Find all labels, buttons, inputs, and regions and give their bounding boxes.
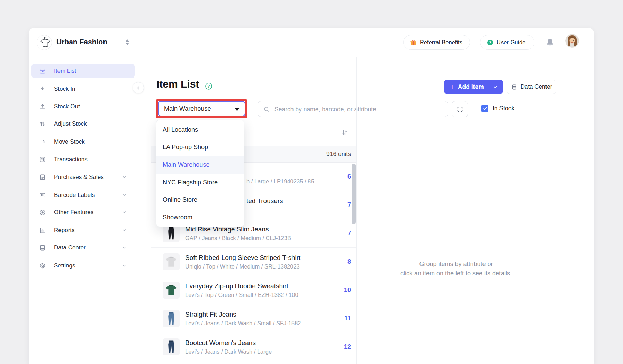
workspace-switcher-icon[interactable] bbox=[125, 38, 130, 46]
black-jeans-photo bbox=[163, 225, 180, 242]
sidebar-item-label: Transactions bbox=[54, 156, 88, 163]
sidebar-item-label: Item List bbox=[54, 67, 76, 74]
reports-icon bbox=[39, 227, 46, 234]
location-option[interactable]: Online Store bbox=[156, 191, 244, 209]
sidebar-item-label: Stock Out bbox=[54, 103, 80, 110]
gift-icon bbox=[410, 39, 417, 46]
data-center-button[interactable]: Data Center bbox=[507, 80, 556, 94]
sidebar-item-label: Reports bbox=[54, 227, 75, 234]
sort-icon[interactable] bbox=[341, 129, 349, 137]
sidebar-item-label: Stock In bbox=[54, 85, 75, 92]
stock-out-icon bbox=[39, 103, 46, 110]
sidebar-item-stock-out[interactable]: Stock Out bbox=[31, 99, 135, 114]
desktop-background: Urban Fashion Referral Benefits bbox=[0, 0, 623, 364]
data-center-icon bbox=[39, 244, 46, 251]
detail-placeholder-line1: Group items by attribute or bbox=[387, 260, 525, 269]
item-subtitle: GAP / Jeans / Black / Medium / CLJ-123B bbox=[185, 234, 291, 242]
sidebar-item-settings[interactable]: Settings bbox=[31, 258, 135, 273]
plus-icon: + bbox=[450, 83, 454, 91]
chevron-down-icon bbox=[121, 210, 127, 215]
sidebar-item-label: Adjust Stock bbox=[54, 120, 87, 127]
workspace-name: Urban Fashion bbox=[56, 38, 107, 46]
data-center-label: Data Center bbox=[521, 83, 552, 90]
settings-icon bbox=[39, 262, 46, 269]
in-stock-label: In Stock bbox=[493, 105, 514, 112]
total-units-label: 916 units bbox=[326, 151, 351, 158]
location-option[interactable]: Showroom bbox=[156, 209, 244, 226]
sidebar-item-label: Purchases & Sales bbox=[54, 174, 104, 181]
stock-in-icon bbox=[39, 85, 46, 92]
sidebar-item-label: Move Stock bbox=[54, 138, 85, 145]
user-avatar[interactable] bbox=[565, 34, 579, 48]
user-guide-button[interactable]: ? User Guide bbox=[480, 35, 534, 50]
sidebar-item-label: Settings bbox=[54, 262, 75, 269]
item-quantity: 11 bbox=[344, 304, 351, 333]
sidebar-item-purchases-sales[interactable]: Purchases & Sales bbox=[31, 170, 135, 184]
notifications-bell-icon[interactable] bbox=[545, 37, 555, 48]
transactions-icon bbox=[39, 156, 46, 163]
item-row[interactable]: Everyday Zip-up Hoodie SweatshirtLevi's … bbox=[151, 276, 356, 304]
chevron-down-icon bbox=[121, 228, 127, 233]
item-title: Straight Fit Jeans bbox=[185, 310, 301, 319]
app-header: Urban Fashion Referral Benefits bbox=[29, 28, 594, 57]
item-title: Everyday Zip-up Hoodie Sweatshirt bbox=[185, 281, 298, 291]
panel-divider bbox=[356, 57, 357, 364]
item-quantity: 8 bbox=[347, 248, 351, 276]
item-row[interactable]: Straight Fit JeansLevi's / Jeans / Dark … bbox=[151, 304, 356, 333]
item-title: Bootcut Women's Jeans bbox=[185, 338, 272, 347]
location-option[interactable]: LA Pop-up Shop bbox=[156, 139, 244, 156]
barcode-scan-button[interactable] bbox=[452, 101, 468, 117]
location-option[interactable]: All Locations bbox=[156, 121, 244, 139]
svg-text:?: ? bbox=[489, 40, 491, 44]
add-item-label: Add Item bbox=[458, 83, 484, 91]
button-divider bbox=[487, 82, 487, 91]
item-title: Soft Ribbed Long Sleeve Striped T-shirt bbox=[185, 253, 300, 262]
adjust-stock-icon bbox=[39, 120, 46, 127]
list-scrollbar-thumb[interactable] bbox=[352, 164, 356, 224]
sidebar-item-data-center[interactable]: Data Center bbox=[31, 240, 135, 255]
chevron-down-icon bbox=[121, 263, 127, 269]
in-stock-checkbox[interactable] bbox=[481, 105, 488, 112]
sidebar-item-other-features[interactable]: Other Features bbox=[31, 205, 135, 220]
sidebar-item-move-stock[interactable]: Move Stock bbox=[31, 135, 135, 149]
other-features-icon bbox=[39, 209, 46, 216]
move-stock-icon bbox=[39, 138, 46, 145]
chevron-down-icon bbox=[121, 245, 127, 251]
location-select[interactable]: Main Warehouse bbox=[158, 101, 245, 116]
item-subtitle-fragment: h / Large / LP1940235 / 85 bbox=[246, 177, 314, 185]
sidebar-item-adjust-stock[interactable]: Adjust Stock bbox=[31, 117, 135, 131]
sidebar-item-reports[interactable]: Reports bbox=[31, 223, 135, 238]
sidebar-item-transactions[interactable]: Transactions bbox=[31, 152, 135, 167]
sidebar-item-barcode-labels[interactable]: Barcode Labels bbox=[31, 188, 135, 202]
dark-jeans-photo bbox=[163, 338, 180, 355]
sidebar-item-stock-in[interactable]: Stock In bbox=[31, 82, 135, 96]
green-hoodie-photo bbox=[163, 282, 180, 299]
referral-benefits-label: Referral Benefits bbox=[420, 39, 462, 46]
add-item-dropdown-chevron-icon[interactable] bbox=[492, 84, 498, 90]
sidebar: Item ListStock InStock OutAdjust StockMo… bbox=[29, 57, 138, 364]
item-subtitle: Levi's / Top / Green / Small / EZH-1382 … bbox=[185, 291, 298, 299]
main-content: Item List ? + Add Item Data Cente bbox=[138, 57, 594, 364]
item-quantity: 10 bbox=[344, 276, 351, 304]
item-row[interactable]: Soft Ribbed Long Sleeve Striped T-shirtU… bbox=[151, 248, 356, 276]
add-item-button[interactable]: + Add Item bbox=[444, 80, 503, 94]
purchases-sales-icon bbox=[39, 174, 46, 181]
location-option[interactable]: NYC Flagship Store bbox=[156, 174, 244, 191]
item-row[interactable]: Bootcut Women's JeansLevi's / Jeans / Da… bbox=[151, 333, 356, 361]
referral-benefits-button[interactable]: Referral Benefits bbox=[403, 35, 470, 50]
location-option[interactable]: Main Warehouse bbox=[156, 156, 244, 174]
barcode-labels-icon bbox=[39, 192, 46, 199]
item-subtitle: Uniqlo / Top / White / Medium / SRL-1382… bbox=[185, 262, 300, 271]
item-subtitle: Levi's / Jeans / Dark Wash / Large bbox=[185, 347, 272, 356]
detail-placeholder-line2: click an item on the left to see its det… bbox=[387, 269, 525, 278]
item-list-icon bbox=[39, 67, 46, 74]
caret-down-icon bbox=[235, 108, 240, 111]
blue-jeans-photo bbox=[163, 310, 180, 327]
barcode-scan-icon bbox=[456, 106, 464, 113]
item-quantity: 12 bbox=[344, 333, 351, 361]
in-stock-filter[interactable]: In Stock bbox=[481, 105, 514, 112]
sidebar-item-item-list[interactable]: Item List bbox=[31, 64, 135, 78]
sidebar-collapse-button[interactable] bbox=[133, 82, 144, 93]
item-quantity: 6 bbox=[347, 163, 351, 191]
sidebar-item-label: Data Center bbox=[54, 244, 86, 251]
